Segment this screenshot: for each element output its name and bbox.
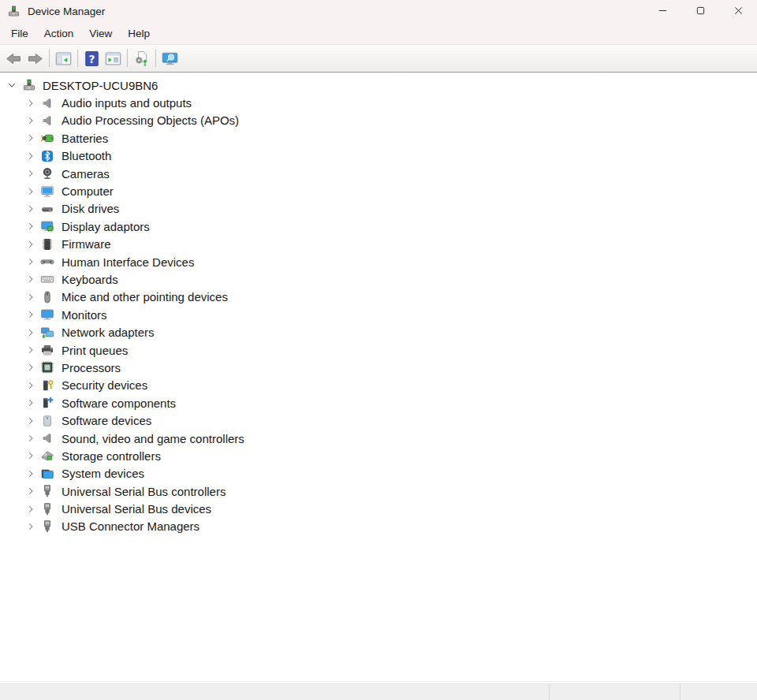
- tree-item-monitors[interactable]: Monitors: [0, 306, 757, 323]
- tree-item-universal-serial-bus-devices[interactable]: Universal Serial Bus devices: [0, 500, 757, 517]
- menu-file[interactable]: File: [3, 22, 36, 44]
- statusbar-pane-right: [680, 684, 757, 700]
- display-adapter-icon: [40, 219, 54, 233]
- chevron-right-icon[interactable]: [24, 415, 38, 427]
- chevron-right-icon[interactable]: [24, 238, 38, 251]
- tree-item-label: DESKTOP-UCU9BN6: [43, 79, 158, 92]
- chevron-right-icon[interactable]: [24, 326, 38, 339]
- menu-action[interactable]: Action: [36, 22, 82, 44]
- show-console-tree-button[interactable]: [53, 48, 74, 69]
- tree-item-audio-inputs-and-outputs[interactable]: Audio inputs and outputs: [0, 94, 757, 111]
- tree-item-label: System devices: [62, 467, 144, 480]
- help-button[interactable]: ?: [81, 48, 103, 69]
- tree-item-processors[interactable]: Processors: [0, 359, 757, 376]
- tree-item-audio-processing-objects-apos[interactable]: Audio Processing Objects (APOs): [0, 112, 757, 129]
- scan-for-hardware-changes-button[interactable]: [131, 48, 152, 69]
- tree-item-usb-connector-managers[interactable]: USB Connector Managers: [0, 518, 757, 535]
- software-device-icon: [40, 414, 54, 428]
- tree-item-batteries[interactable]: Batteries: [0, 129, 757, 147]
- security-key-icon: [40, 378, 54, 393]
- menu-bar: FileActionViewHelp: [0, 22, 757, 45]
- tree-item-bluetooth[interactable]: Bluetooth: [0, 147, 757, 165]
- back-button[interactable]: [3, 48, 24, 69]
- chevron-right-icon[interactable]: [24, 520, 38, 533]
- chevron-right-icon[interactable]: [24, 220, 38, 233]
- maximize-button[interactable]: [681, 0, 719, 22]
- usb-icon: [40, 484, 54, 498]
- chevron-right-icon[interactable]: [24, 255, 38, 268]
- tree-item-sound-video-and-game-controllers[interactable]: Sound, video and game controllers: [0, 430, 757, 447]
- tree-item-desktop-ucu9bn6[interactable]: DESKTOP-UCU9BN6: [0, 76, 757, 94]
- mouse-icon: [40, 290, 54, 304]
- chevron-right-icon[interactable]: [24, 185, 38, 198]
- chevron-right-icon[interactable]: [24, 291, 38, 303]
- tree-item-label: Processors: [62, 361, 121, 374]
- show-action-pane-button[interactable]: [103, 48, 124, 69]
- chevron-down-icon[interactable]: [5, 79, 19, 91]
- tree-item-label: Print queues: [62, 344, 128, 357]
- tree-item-computer[interactable]: Computer: [0, 182, 757, 199]
- tree-item-label: USB Connector Managers: [62, 519, 200, 533]
- bluetooth-icon: [40, 149, 54, 163]
- chevron-right-icon[interactable]: [24, 397, 38, 409]
- software-component-icon: [40, 396, 54, 410]
- chevron-right-icon[interactable]: [24, 97, 38, 110]
- search-devices-button[interactable]: [159, 48, 181, 69]
- speaker-icon: [40, 431, 54, 445]
- device-manager-window: Device Manager FileActionViewHelp ? DESK…: [0, 0, 757, 700]
- close-button[interactable]: [719, 0, 757, 22]
- printer-icon: [40, 343, 54, 357]
- close-icon: [734, 6, 743, 17]
- forward-button[interactable]: [24, 48, 46, 69]
- action-pane-icon: [105, 50, 121, 67]
- tree-item-human-interface-devices[interactable]: Human Interface Devices: [0, 253, 757, 270]
- chevron-right-icon[interactable]: [24, 485, 38, 497]
- chevron-right-icon[interactable]: [24, 308, 38, 321]
- chevron-right-icon[interactable]: [24, 503, 38, 516]
- tree-item-print-queues[interactable]: Print queues: [0, 341, 757, 359]
- chevron-right-icon[interactable]: [24, 467, 38, 480]
- tree-item-system-devices[interactable]: System devices: [0, 465, 757, 482]
- tree-item-keyboards[interactable]: Keyboards: [0, 270, 757, 288]
- menu-help[interactable]: Help: [120, 22, 158, 44]
- chevron-right-icon[interactable]: [24, 361, 38, 374]
- speaker-icon: [40, 96, 54, 110]
- tree-item-storage-controllers[interactable]: Storage controllers: [0, 447, 757, 464]
- chevron-right-icon[interactable]: [24, 432, 38, 445]
- tree-item-cameras[interactable]: Cameras: [0, 165, 757, 182]
- tree-item-firmware[interactable]: Firmware: [0, 236, 757, 253]
- scan-hardware-icon: [133, 50, 150, 67]
- chevron-right-icon[interactable]: [24, 167, 38, 180]
- window-title: Device Manager: [28, 6, 105, 17]
- tree-item-software-devices[interactable]: Software devices: [0, 411, 757, 429]
- chevron-right-icon[interactable]: [24, 203, 38, 215]
- chevron-right-icon[interactable]: [24, 114, 38, 127]
- gamepad-icon: [40, 255, 54, 269]
- chevron-right-icon[interactable]: [24, 150, 38, 162]
- chevron-right-icon[interactable]: [24, 132, 38, 144]
- tree-item-network-adapters[interactable]: Network adapters: [0, 323, 757, 341]
- minimize-button[interactable]: [643, 0, 681, 22]
- usb-icon: [40, 519, 54, 534]
- toolbar-separator: [77, 50, 78, 67]
- chevron-right-icon[interactable]: [24, 449, 38, 462]
- tree-item-disk-drives[interactable]: Disk drives: [0, 200, 757, 218]
- chevron-right-icon[interactable]: [24, 273, 38, 285]
- forward-arrow-icon: [27, 50, 43, 67]
- chevron-right-icon[interactable]: [24, 344, 38, 356]
- tree-item-software-components[interactable]: Software components: [0, 394, 757, 411]
- help-icon: ?: [84, 50, 100, 67]
- computer-monitor-icon: [40, 184, 54, 199]
- tree-item-mice-and-other-pointing-devices[interactable]: Mice and other pointing devices: [0, 289, 757, 306]
- tree-item-security-devices[interactable]: Security devices: [0, 377, 757, 394]
- tree-item-label: Human Interface Devices: [62, 255, 194, 269]
- chevron-right-icon[interactable]: [24, 379, 38, 392]
- keyboard-icon: [40, 272, 54, 286]
- tree-item-label: Storage controllers: [62, 449, 161, 463]
- tree-item-label: Network adapters: [62, 326, 155, 339]
- tree-item-label: Computer: [62, 184, 114, 198]
- tree-item-display-adaptors[interactable]: Display adaptors: [0, 218, 757, 235]
- menu-view[interactable]: View: [81, 22, 120, 44]
- tree-item-universal-serial-bus-controllers[interactable]: Universal Serial Bus controllers: [0, 482, 757, 500]
- titlebar: Device Manager: [0, 0, 757, 22]
